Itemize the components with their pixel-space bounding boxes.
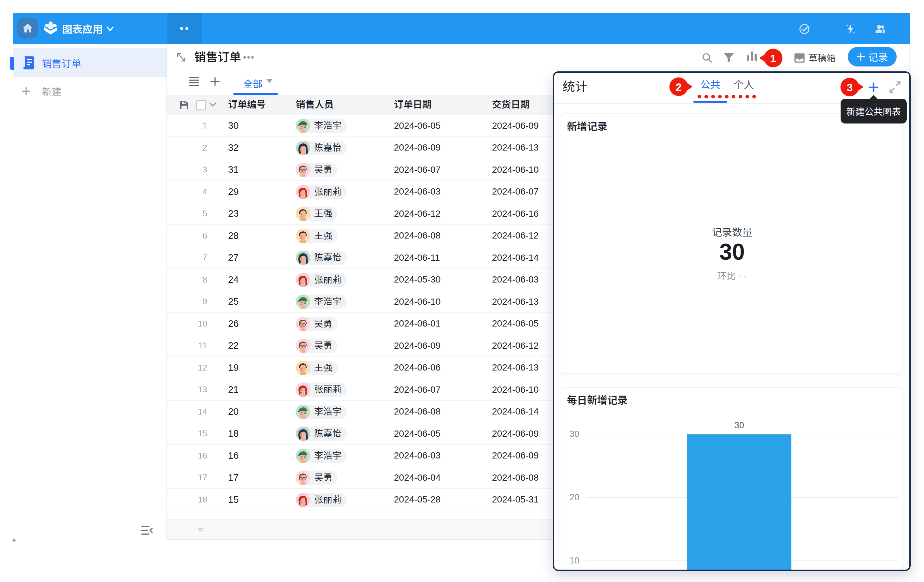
svg-text:1: 1: [770, 53, 776, 64]
svg-text:3: 3: [847, 81, 853, 94]
svg-text:2: 2: [676, 81, 681, 93]
